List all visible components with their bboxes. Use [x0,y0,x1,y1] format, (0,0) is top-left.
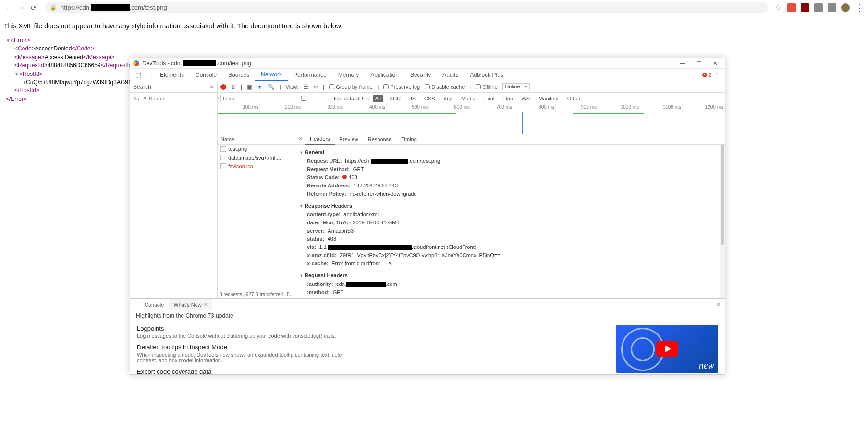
tab-audits[interactable]: Audits [437,69,464,81]
video-thumbnail[interactable]: new [616,325,718,373]
feature-item[interactable]: Export code coverage data [137,368,609,374]
tab-performance[interactable]: Performance [288,69,332,81]
detail-tab-response[interactable]: Response [363,134,397,145]
minimize-button[interactable]: — [676,60,689,67]
filter-xhr[interactable]: XHR [387,95,403,102]
file-icon [220,155,226,160]
extension-icon[interactable] [801,3,809,12]
profile-avatar[interactable] [841,3,850,12]
close-button[interactable]: ✕ [709,60,722,67]
waterfall-icon[interactable]: ≋ [313,84,318,90]
headers-body[interactable]: General Request URL: https://cdn..com/te… [295,145,725,298]
label: What's New [173,302,201,308]
device-toggle-icon[interactable]: ▭ [144,71,154,78]
close-drawer-icon[interactable]: ✕ [713,301,723,308]
cast-icon[interactable] [828,3,836,12]
tab-security[interactable]: Security [404,69,437,81]
throttling-select[interactable]: Online ▾ [502,83,530,90]
tab-sources[interactable]: Sources [222,69,255,81]
drawer-tab-console[interactable]: Console [140,299,169,310]
browser-menu-icon[interactable]: ⋮ [856,2,864,13]
k: :method: [307,289,330,295]
filter-media[interactable]: Media [459,95,478,102]
v: 1.1 .cloudfront.net (CloudFront) [319,244,477,250]
screenshot-icon[interactable]: ▣ [247,84,252,90]
hide-data-urls-checkbox[interactable]: Hide data URLs [277,96,369,101]
filter-other[interactable]: Other [565,95,583,102]
tab-console[interactable]: Console [190,69,222,81]
filter-js[interactable]: JS [407,95,418,102]
clear-icon[interactable]: ⊘ [231,84,236,90]
filter-css[interactable]: CSS [422,95,438,102]
tab-application[interactable]: Application [365,69,404,81]
error-badge[interactable]: ✕2 [702,72,711,78]
response-headers-section[interactable]: Response Headers [300,201,720,210]
address-bar[interactable]: 🔒 https://cdn..com/test.png [45,2,768,13]
feature-item[interactable]: Logpoints Log messages to the Console wi… [137,325,609,339]
offline-checkbox[interactable]: Offline [476,84,498,90]
extension-icon[interactable] [787,3,796,12]
xml-tag: <HostId> [19,71,43,77]
filter-ws[interactable]: WS [519,95,532,102]
play-icon[interactable] [656,341,678,357]
tab-elements[interactable]: Elements [154,69,190,81]
v: application/xml [343,211,379,217]
preserve-log-checkbox[interactable]: Preserve log [383,84,420,90]
label: Offline [482,84,498,90]
bookmark-icon[interactable]: ☆ [775,3,782,12]
request-row[interactable]: test.png [218,145,295,153]
search-input[interactable] [149,96,215,101]
large-rows-icon[interactable]: ☰ [303,84,308,90]
tab-adblock[interactable]: Adblock Plus [465,69,509,81]
network-timeline[interactable]: 100 ms 200 ms 300 ms 400 ms 500 ms 600 m… [218,104,725,134]
tab-memory[interactable]: Memory [332,69,365,81]
group-by-frame-checkbox[interactable]: Group by frame [329,84,372,90]
filter-doc[interactable]: Doc [501,95,515,102]
xml-text: Access Denied [45,54,83,61]
close-detail-icon[interactable]: ✕ [295,136,305,142]
inspect-element-icon[interactable]: ⬚ [133,71,144,78]
filter-all[interactable]: All [373,95,383,102]
detail-tab-preview[interactable]: Preview [335,134,363,145]
drawer-menu-icon[interactable]: ⋮ [132,301,140,308]
extension-icon[interactable] [814,3,823,12]
decorative-circle [631,337,655,361]
lock-icon: 🔒 [50,4,57,11]
scrollbar-thumb[interactable] [721,145,724,245]
detail-tab-headers[interactable]: Headers [305,134,335,145]
reload-button[interactable]: ⟳ [29,3,38,12]
request-row[interactable]: favicon.ico [218,162,295,171]
filter-manifest[interactable]: Manifest [536,95,561,102]
tl-mark: 1200 ms [683,104,725,112]
drawer-body[interactable]: Logpoints Log messages to the Console wi… [130,321,725,374]
filter-input[interactable] [220,95,273,102]
filter-font[interactable]: Font [482,95,497,102]
close-tab-icon[interactable]: ✕ [204,302,208,307]
feature-item[interactable]: Detailed tooltips in Inspect Mode When i… [137,344,609,363]
tab-network[interactable]: Network [255,69,288,81]
filter-icon[interactable]: ▼ [257,84,263,90]
general-section[interactable]: General [300,148,720,157]
request-list-header[interactable]: Name [218,134,295,145]
back-button[interactable]: ← [4,3,13,12]
filter-img[interactable]: Img [441,95,455,102]
forward-button[interactable]: → [16,3,26,12]
tl-mark: 600 ms [429,104,471,112]
k: via: [307,244,316,250]
detail-tab-timing[interactable]: Timing [396,134,422,145]
request-headers-section[interactable]: Request Headers [300,271,720,280]
maximize-button[interactable]: ☐ [692,60,706,67]
record-button[interactable] [220,84,226,90]
disable-cache-checkbox[interactable]: Disable cache [425,84,465,90]
scrollbar[interactable] [720,145,725,298]
devtools-titlebar[interactable]: DevTools - cdn..com/test.png — ☐ ✕ [130,58,725,69]
request-row[interactable]: data:image/svg+xml,... [218,153,295,162]
close-search-icon[interactable]: ✕ [209,84,214,90]
settings-menu-icon[interactable]: ⋮ [711,71,722,78]
k: server: [307,228,325,234]
drawer-tab-whatsnew[interactable]: What's New✕ [169,299,212,310]
timeline-bar [218,113,456,114]
regex-toggle[interactable]: .* [142,96,146,101]
search-icon[interactable]: 🔍 [268,84,275,90]
case-toggle[interactable]: Aa [133,96,139,101]
